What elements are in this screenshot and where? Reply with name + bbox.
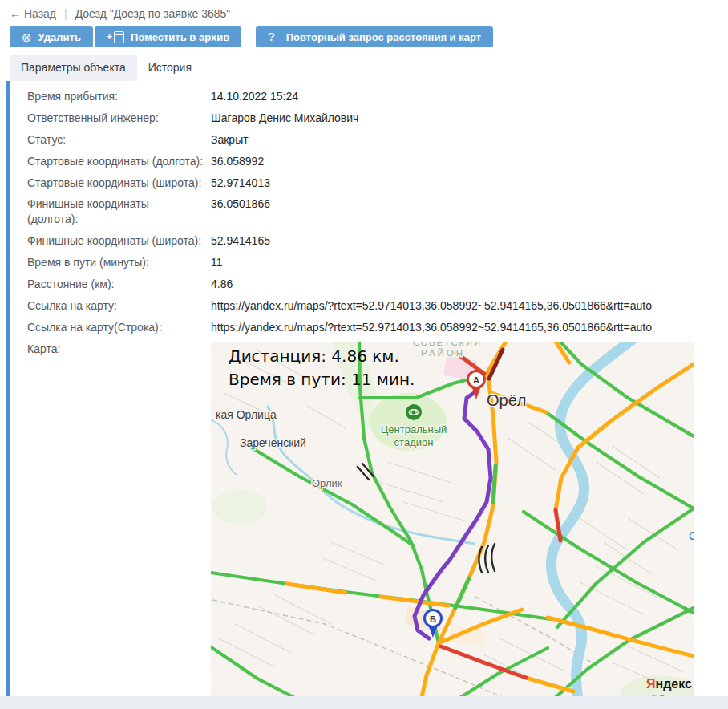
delete-circle-x-icon: ⊗: [22, 31, 32, 43]
page-background-strip: [0, 696, 728, 709]
field-row-travel-time: Время в пути (минуты): 11: [27, 252, 722, 273]
field-row-start-lon: Стартовые координаты (долгота): 36.05899…: [27, 151, 722, 172]
stadium-label-2: стадион: [394, 436, 434, 448]
archive-button-label: Поместить в архив: [131, 31, 229, 43]
district-label: РАЙОН: [421, 348, 465, 358]
field-label: Ссылка на карту(Строка):: [27, 320, 211, 335]
field-value: 4.86: [211, 277, 233, 292]
page-title: Доезд "Доезд по заявке 3685": [75, 7, 231, 20]
field-value: 36.0501866: [211, 196, 270, 212]
delete-button-label: Удалить: [38, 31, 81, 43]
overlay-distance: Дистанция: 4.86 км.: [229, 346, 399, 366]
field-label: Карта:: [27, 342, 211, 357]
retry-request-button[interactable]: ? Повторный запрос расстояния и карт: [256, 26, 493, 47]
field-label: Ссылка на карту:: [27, 298, 211, 314]
field-value: 36.058992: [211, 154, 264, 169]
button-group: ⊗ Удалить + Поместить в архив: [10, 26, 241, 47]
field-label: Расстояние (км):: [27, 277, 211, 292]
field-value: 52.9714013: [211, 176, 270, 191]
field-row-distance: Расстояние (км): 4.86: [27, 273, 722, 295]
field-row-arrival-time: Время прибытия: 14.10.2022 15:24: [27, 86, 722, 107]
field-label: Финишные координаты (широта):: [27, 233, 211, 249]
field-value: 52.9414165: [211, 233, 270, 249]
svg-text:СОВЕТСКИЙ: СОВЕТСКИЙ: [413, 342, 482, 347]
field-row-status: Статус: Закрыт: [27, 129, 722, 151]
status-value: Закрыт: [211, 132, 249, 148]
field-value: 14.10.2022 15:24: [211, 89, 298, 104]
svg-text:Яндекс: Яндекс: [646, 677, 692, 691]
map-url-link[interactable]: https://yandex.ru/maps/?rtext=52.9714013…: [211, 298, 652, 314]
archive-button[interactable]: + Поместить в архив: [95, 26, 241, 47]
field-row-finish-lon: Финишные координаты (долгота): 36.050186…: [27, 193, 722, 230]
svg-text:А: А: [473, 375, 479, 384]
map-url-string: https://yandex.ru/maps/?rtext=52.9714013…: [211, 320, 652, 335]
retry-button-label: Повторный запрос расстояния и карт: [286, 31, 481, 43]
tab-history[interactable]: История: [137, 55, 203, 81]
field-label: Стартовые координаты (долгота):: [27, 154, 211, 169]
field-label: Время в пути (минуты):: [27, 255, 211, 270]
svg-text:Б: Б: [430, 614, 436, 623]
field-row-start-lat: Стартовые координаты (широта): 52.971401…: [27, 172, 722, 194]
city-label: Орёл: [487, 391, 526, 409]
stadium-label-1: Центральный: [381, 423, 447, 436]
yandex-map-image: СОВЕТСКИЙ РАЙОН кая Орлица Зареченский О…: [211, 342, 694, 703]
engineer-link[interactable]: Шагаров Денис Михайлович: [211, 111, 358, 126]
field-label: Статус:: [27, 132, 211, 148]
field-label: Ответственный инженер:: [27, 111, 211, 126]
field-label: Финишные координаты (долгота):: [27, 196, 211, 227]
zarechensky-label: Зареченский: [240, 436, 306, 449]
tab-bar: Параметры объекта История: [0, 53, 728, 81]
archive-icon: +: [107, 31, 124, 43]
field-row-finish-lat: Финишные координаты (широта): 52.9414165: [27, 230, 722, 252]
field-label: Время прибытия:: [27, 89, 211, 104]
back-link[interactable]: ← Назад: [10, 7, 56, 20]
field-value: 11: [211, 255, 223, 270]
field-row-map-link: Ссылка на карту: https://yandex.ru/maps/…: [27, 295, 722, 317]
orlitsa-label: кая Орлица: [216, 408, 277, 421]
field-row-engineer: Ответственный инженер: Шагаров Денис Мих…: [27, 107, 722, 129]
object-params-panel: Время прибытия: 14.10.2022 15:24 Ответст…: [6, 81, 722, 709]
delete-button[interactable]: ⊗ Удалить: [10, 26, 93, 47]
breadcrumb: ← Назад | Доезд "Доезд по заявке 3685": [0, 0, 728, 24]
field-row-map: Карта:: [27, 338, 722, 706]
overlay-duration: Время в пути: 11 мин.: [229, 370, 415, 389]
breadcrumb-divider: |: [64, 7, 67, 20]
question-icon: ?: [268, 30, 275, 43]
tab-object-params[interactable]: Параметры объекта: [10, 55, 137, 81]
toolbar: ⊗ Удалить + Поместить в архив ? Повторны…: [0, 24, 728, 53]
field-row-map-link-string: Ссылка на карту(Строка): https://yandex.…: [27, 317, 722, 338]
edge-partial-label: С: [689, 529, 694, 542]
orlik-label: Орлик: [312, 477, 342, 489]
stadium-icon: [406, 404, 422, 420]
field-label: Стартовые координаты (широта):: [27, 176, 211, 191]
